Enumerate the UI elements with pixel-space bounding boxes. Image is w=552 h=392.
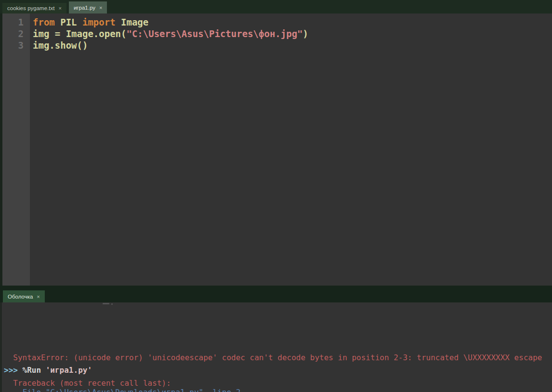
code-line: 2img = Image.open("C:\Users\Asus\Picture… — [0, 28, 552, 39]
tab-close-icon[interactable]: × — [58, 5, 61, 11]
tab-close-icon[interactable]: × — [37, 294, 39, 300]
editor-tab-bar: cookies pygame.txt×игра1.py× — [0, 0, 552, 13]
shell-command-text: %Run — [23, 366, 46, 375]
tab-label: игра1.py — [74, 5, 95, 11]
tab-shell[interactable]: Оболочка × — [3, 290, 45, 302]
line-number: 3 — [0, 39, 30, 51]
code-text: img.show() — [30, 39, 88, 51]
code-lines: 1from PIL import Image2img = Image.open(… — [0, 13, 552, 51]
traceback-file-link[interactable]: File "C:\Users\Asus\Downloads\игра1.py",… — [23, 388, 241, 392]
clipped-output-artifact — [111, 303, 113, 305]
shell-prompt-line: >>> %Run 'игра1.py' — [4, 364, 552, 377]
shell-prompt-mark: >>> — [4, 366, 23, 375]
code-text: img = Image.open("C:\Users\Asus\Pictures… — [30, 28, 308, 39]
traceback-file-line: File "C:\Users\Asus\Downloads\игра1.py",… — [4, 388, 552, 392]
shell-output[interactable]: SyntaxError: (unicode error) 'unicodeesc… — [0, 302, 552, 392]
code-line: 1from PIL import Image — [0, 16, 552, 28]
clipped-output-artifact — [103, 303, 109, 304]
shell-tab-bar: Оболочка × — [0, 286, 552, 302]
shell-left-strip — [0, 302, 2, 392]
shell-error-line: Traceback (most recent call last): — [4, 379, 552, 388]
editor-tab[interactable]: игра1.py× — [69, 1, 107, 13]
shell-lines: SyntaxError: (unicode error) 'unicodeesc… — [4, 353, 552, 392]
tab-label: cookies pygame.txt — [7, 5, 54, 11]
code-text: from PIL import Image — [30, 16, 148, 28]
line-number: 1 — [0, 16, 30, 28]
shell-tab-label: Оболочка — [8, 294, 33, 300]
line-number: 2 — [0, 28, 30, 39]
code-editor[interactable]: 1from PIL import Image2img = Image.open(… — [0, 13, 552, 286]
editor-tab[interactable]: cookies pygame.txt× — [2, 3, 66, 13]
code-line: 3img.show() — [0, 39, 552, 51]
shell-error-line: SyntaxError: (unicode error) 'unicodeesc… — [4, 353, 552, 362]
line-number-gutter — [2, 13, 30, 286]
shell-command-text: 'игра1.py' — [46, 366, 92, 375]
tab-close-icon[interactable]: × — [99, 5, 102, 11]
